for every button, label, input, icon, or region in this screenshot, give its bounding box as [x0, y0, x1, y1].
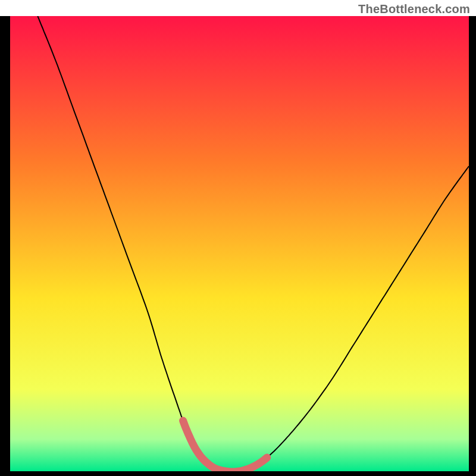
frame-left: [0, 16, 10, 476]
chart-stage: TheBottleneck.com: [0, 0, 476, 476]
watermark-text: TheBottleneck.com: [358, 2, 470, 16]
gradient-background: [10, 16, 469, 471]
bottleneck-chart: [0, 0, 476, 476]
frame-right: [469, 16, 476, 476]
frame-bottom: [0, 471, 476, 476]
